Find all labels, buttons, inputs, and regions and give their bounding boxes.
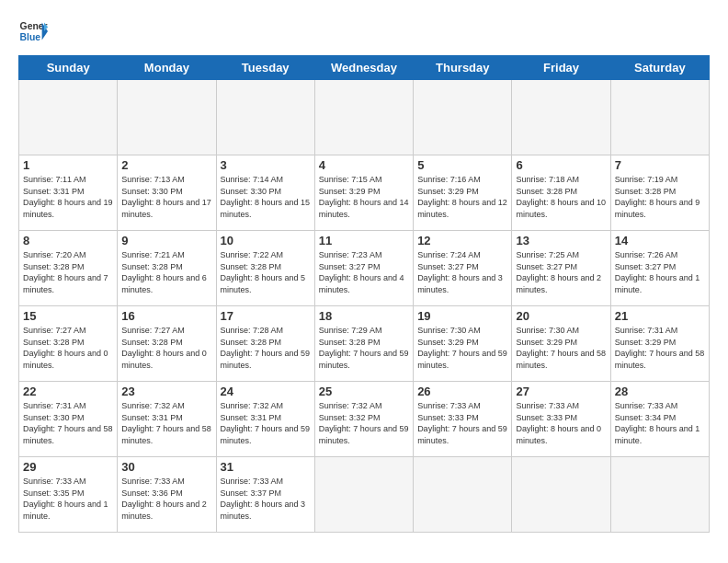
day-cell-17: 17 Sunrise: 7:28 AM Sunset: 3:28 PM Dayl…	[216, 306, 314, 382]
day-number: 29	[23, 460, 113, 474]
day-number: 14	[615, 234, 705, 247]
daylight-text: Daylight: 8 hours and 7 minutes.	[23, 273, 108, 294]
day-cell-18: 18 Sunrise: 7:29 AM Sunset: 3:28 PM Dayl…	[314, 306, 413, 382]
sunset-text: Sunset: 3:29 PM	[417, 338, 479, 347]
day-number: 12	[417, 234, 507, 247]
day-number: 26	[417, 385, 507, 398]
day-cell-12: 12 Sunrise: 7:24 AM Sunset: 3:27 PM Dayl…	[414, 231, 512, 306]
sunrise-text: Sunrise: 7:33 AM	[23, 477, 86, 486]
sunset-text: Sunset: 3:27 PM	[615, 262, 677, 271]
cell-info: Sunrise: 7:33 AM Sunset: 3:36 PM Dayligh…	[121, 476, 211, 522]
sunset-text: Sunset: 3:34 PM	[615, 413, 677, 422]
daylight-text: Daylight: 8 hours and 3 minutes.	[417, 273, 503, 294]
empty-cell	[414, 80, 512, 155]
calendar-row: 1 Sunrise: 7:11 AM Sunset: 3:31 PM Dayli…	[19, 155, 710, 231]
daylight-text: Daylight: 7 hours and 59 minutes.	[319, 424, 409, 445]
day-number: 11	[319, 234, 409, 247]
daylight-text: Daylight: 8 hours and 2 minutes.	[516, 273, 601, 294]
sunrise-text: Sunrise: 7:33 AM	[417, 401, 481, 410]
day-number: 5	[417, 158, 507, 172]
day-number: 21	[615, 309, 705, 323]
day-number: 15	[23, 309, 113, 323]
day-number: 16	[121, 309, 211, 323]
day-header-sunday: Sunday	[19, 56, 118, 80]
sunrise-text: Sunrise: 7:33 AM	[516, 401, 579, 410]
day-cell-30: 30 Sunrise: 7:33 AM Sunset: 3:36 PM Dayl…	[118, 457, 216, 533]
day-number: 27	[516, 385, 606, 398]
daylight-text: Daylight: 7 hours and 59 minutes.	[417, 424, 507, 445]
daylight-text: Daylight: 7 hours and 58 minutes.	[121, 424, 211, 445]
sunrise-text: Sunrise: 7:33 AM	[615, 401, 678, 410]
daylight-text: Daylight: 8 hours and 6 minutes.	[121, 273, 207, 294]
day-number: 10	[221, 234, 311, 247]
header: General Blue	[18, 17, 710, 46]
sunrise-text: Sunrise: 7:22 AM	[221, 250, 284, 259]
day-number: 28	[615, 385, 705, 398]
sunrise-text: Sunrise: 7:33 AM	[121, 477, 185, 486]
day-cell-28: 28 Sunrise: 7:33 AM Sunset: 3:34 PM Dayl…	[610, 382, 709, 457]
day-number: 4	[319, 158, 409, 172]
sunrise-text: Sunrise: 7:19 AM	[615, 175, 678, 184]
sunrise-text: Sunrise: 7:21 AM	[121, 250, 185, 259]
day-header-wednesday: Wednesday	[314, 56, 413, 80]
calendar-row: 22 Sunrise: 7:31 AM Sunset: 3:30 PM Dayl…	[19, 382, 710, 457]
cell-info: Sunrise: 7:14 AM Sunset: 3:30 PM Dayligh…	[221, 174, 311, 220]
sunset-text: Sunset: 3:32 PM	[319, 413, 381, 422]
sunrise-text: Sunrise: 7:18 AM	[516, 175, 579, 184]
sunset-text: Sunset: 3:27 PM	[417, 262, 479, 271]
daylight-text: Daylight: 8 hours and 0 minutes.	[516, 424, 601, 445]
cell-info: Sunrise: 7:26 AM Sunset: 3:27 PM Dayligh…	[615, 249, 705, 295]
cell-info: Sunrise: 7:21 AM Sunset: 3:28 PM Dayligh…	[121, 249, 211, 295]
day-cell-7: 7 Sunrise: 7:19 AM Sunset: 3:28 PM Dayli…	[610, 155, 709, 231]
day-cell-2: 2 Sunrise: 7:13 AM Sunset: 3:30 PM Dayli…	[118, 155, 216, 231]
cell-info: Sunrise: 7:23 AM Sunset: 3:27 PM Dayligh…	[319, 249, 409, 295]
sunset-text: Sunset: 3:30 PM	[221, 187, 282, 196]
day-number: 1	[23, 158, 113, 172]
sunrise-text: Sunrise: 7:29 AM	[319, 326, 382, 335]
logo-icon: General Blue	[18, 17, 48, 46]
sunset-text: Sunset: 3:31 PM	[23, 187, 85, 196]
day-number: 17	[221, 309, 311, 323]
day-header-friday: Friday	[512, 56, 610, 80]
day-cell-21: 21 Sunrise: 7:31 AM Sunset: 3:29 PM Dayl…	[610, 306, 709, 382]
sunrise-text: Sunrise: 7:32 AM	[121, 401, 185, 410]
cell-info: Sunrise: 7:33 AM Sunset: 3:33 PM Dayligh…	[516, 400, 606, 446]
sunset-text: Sunset: 3:29 PM	[319, 187, 381, 196]
day-cell-29: 29 Sunrise: 7:33 AM Sunset: 3:35 PM Dayl…	[19, 457, 118, 533]
cell-info: Sunrise: 7:30 AM Sunset: 3:29 PM Dayligh…	[417, 325, 507, 371]
sunset-text: Sunset: 3:30 PM	[23, 413, 85, 422]
daylight-text: Daylight: 8 hours and 1 minute.	[23, 500, 108, 521]
cell-info: Sunrise: 7:29 AM Sunset: 3:28 PM Dayligh…	[319, 325, 409, 371]
sunset-text: Sunset: 3:33 PM	[417, 413, 479, 422]
day-cell-13: 13 Sunrise: 7:25 AM Sunset: 3:27 PM Dayl…	[512, 231, 610, 306]
cell-info: Sunrise: 7:27 AM Sunset: 3:28 PM Dayligh…	[23, 325, 113, 371]
sunrise-text: Sunrise: 7:27 AM	[23, 326, 86, 335]
cell-info: Sunrise: 7:18 AM Sunset: 3:28 PM Dayligh…	[516, 174, 606, 220]
daylight-text: Daylight: 8 hours and 9 minutes.	[615, 198, 700, 219]
sunrise-text: Sunrise: 7:28 AM	[221, 326, 284, 335]
day-number: 20	[516, 309, 606, 323]
daylight-text: Daylight: 7 hours and 58 minutes.	[615, 349, 705, 370]
svg-text:Blue: Blue	[20, 32, 41, 42]
sunrise-text: Sunrise: 7:31 AM	[23, 401, 86, 410]
cell-info: Sunrise: 7:33 AM Sunset: 3:33 PM Dayligh…	[417, 400, 507, 446]
cell-info: Sunrise: 7:31 AM Sunset: 3:30 PM Dayligh…	[23, 400, 113, 446]
day-cell-19: 19 Sunrise: 7:30 AM Sunset: 3:29 PM Dayl…	[414, 306, 512, 382]
day-cell-16: 16 Sunrise: 7:27 AM Sunset: 3:28 PM Dayl…	[118, 306, 216, 382]
calendar-header-row: SundayMondayTuesdayWednesdayThursdayFrid…	[19, 56, 710, 80]
day-number: 24	[221, 385, 311, 398]
sunset-text: Sunset: 3:33 PM	[516, 413, 577, 422]
sunset-text: Sunset: 3:37 PM	[221, 488, 282, 498]
day-number: 22	[23, 385, 113, 398]
sunrise-text: Sunrise: 7:14 AM	[221, 175, 284, 184]
daylight-text: Daylight: 8 hours and 10 minutes.	[516, 198, 606, 219]
sunrise-text: Sunrise: 7:23 AM	[319, 250, 382, 259]
sunrise-text: Sunrise: 7:31 AM	[615, 326, 678, 335]
day-number: 9	[121, 234, 211, 247]
calendar-row: 8 Sunrise: 7:20 AM Sunset: 3:28 PM Dayli…	[19, 231, 710, 306]
daylight-text: Daylight: 8 hours and 12 minutes.	[417, 198, 507, 219]
calendar: SundayMondayTuesdayWednesdayThursdayFrid…	[18, 55, 710, 533]
daylight-text: Daylight: 8 hours and 0 minutes.	[121, 349, 207, 370]
sunset-text: Sunset: 3:28 PM	[23, 262, 85, 271]
sunset-text: Sunset: 3:28 PM	[121, 262, 183, 271]
